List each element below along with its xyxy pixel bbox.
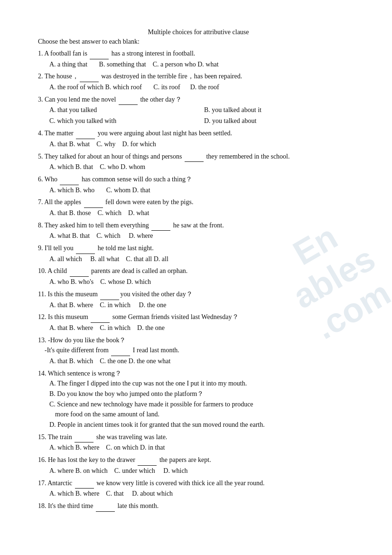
question-6: 6. Who has common sense will do such a t…	[38, 174, 359, 195]
question-17: 17. Antarctic we know very little is cov…	[38, 478, 359, 499]
page-title: Multiple choices for attributive clause	[38, 28, 359, 36]
question-9: 9. I'll tell you he told me last night. …	[38, 243, 359, 264]
question-16: 16. He has lost the key to the drawer th…	[38, 455, 359, 476]
question-14: 14. Which sentence is wrong？ A. The fing…	[38, 368, 359, 430]
intro-text: Choose the best answer to each blank:	[38, 38, 359, 46]
question-15: 15. The train she was traveling was late…	[38, 432, 359, 453]
question-1: 1. A football fan is has a strong intere…	[38, 48, 359, 69]
question-5: 5. They talked for about an hour of thin…	[38, 151, 359, 172]
question-10: 10. A child parents are dead is called a…	[38, 266, 359, 287]
question-4: 4. The matter you were arguing about las…	[38, 128, 359, 149]
question-7: 7. All the apples fell down were eaten b…	[38, 197, 359, 218]
question-12: 12. Is this museum some German friends v…	[38, 312, 359, 333]
question-8: 8. They asked him to tell them everythin…	[38, 220, 359, 241]
question-13: 13. -How do you like the book？ -It's qui…	[38, 335, 359, 367]
question-3: 3. Can you lend me the novel the other d…	[38, 94, 359, 126]
question-11: 11. Is this the museum you visited the o…	[38, 289, 359, 310]
question-18: 18. It's the third time late this month.	[38, 501, 359, 512]
question-2: 2. The house， was destroyed in the terri…	[38, 71, 359, 92]
